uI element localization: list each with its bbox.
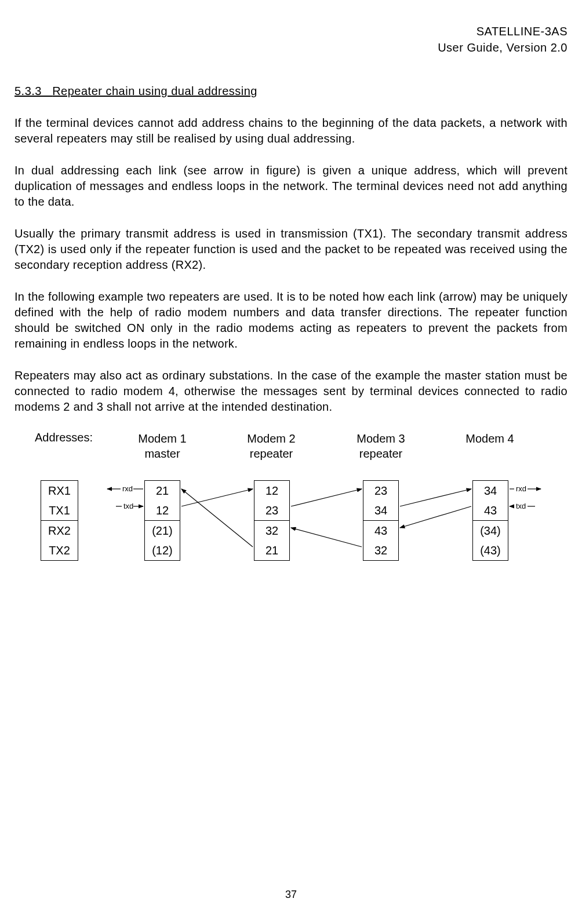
- modem-1-header: Modem 1 master: [133, 431, 191, 461]
- svg-line-13: [400, 489, 471, 506]
- legend-tx1: TX1: [41, 501, 78, 520]
- addresses-label: Addresses:: [35, 431, 93, 444]
- legend-box: RX1 TX1 RX2 TX2: [41, 480, 78, 561]
- legend-tx2: TX2: [41, 540, 78, 560]
- paragraph-3: Usually the primary transmit address is …: [14, 226, 568, 273]
- legend-rx1: RX1: [41, 481, 78, 501]
- modem-2-header: Modem 2 repeater: [242, 431, 300, 461]
- legend-rx2: RX2: [41, 521, 78, 540]
- svg-line-12: [291, 528, 362, 547]
- header-line1: SATELLINE-3AS: [14, 23, 568, 39]
- svg-line-11: [291, 489, 362, 506]
- txd-label-right: txd: [516, 502, 526, 510]
- rxd-label-right: rxd: [516, 484, 526, 493]
- paragraph-4: In the following example two repeaters a…: [14, 289, 568, 352]
- svg-line-10: [181, 489, 253, 547]
- paragraph-2: In dual addressing each link (see arrow …: [14, 163, 568, 210]
- section-heading: Repeater chain using dual addressing: [52, 85, 257, 97]
- svg-line-9: [181, 489, 253, 506]
- paragraph-5: Repeaters may also act as ordinary subst…: [14, 368, 568, 415]
- header-line2: User Guide, Version 2.0: [14, 39, 568, 56]
- modem-2-box: 12 23 32 21: [254, 480, 290, 561]
- modem-4-box: 34 43 (34) (43): [472, 480, 508, 561]
- modem-4-header: Modem 4: [461, 431, 519, 461]
- section-number: 5.3.3: [14, 85, 42, 97]
- repeater-diagram: Addresses: Modem 1 master Modem 2 repeat…: [14, 431, 568, 593]
- svg-line-14: [400, 506, 471, 528]
- page-header: SATELLINE-3AS User Guide, Version 2.0: [14, 23, 568, 56]
- section-title: 5.3.3 Repeater chain using dual addressi…: [14, 85, 568, 98]
- modem-1-box: 21 12 (21) (12): [144, 480, 180, 561]
- paragraph-1: If the terminal devices cannot add addre…: [14, 115, 568, 147]
- modem-3-header: Modem 3 repeater: [352, 431, 410, 461]
- page-number: 37: [285, 889, 297, 901]
- txd-label-left: txd: [123, 502, 133, 510]
- modem-3-box: 23 34 43 32: [363, 480, 399, 561]
- rxd-label-left: rxd: [122, 484, 133, 493]
